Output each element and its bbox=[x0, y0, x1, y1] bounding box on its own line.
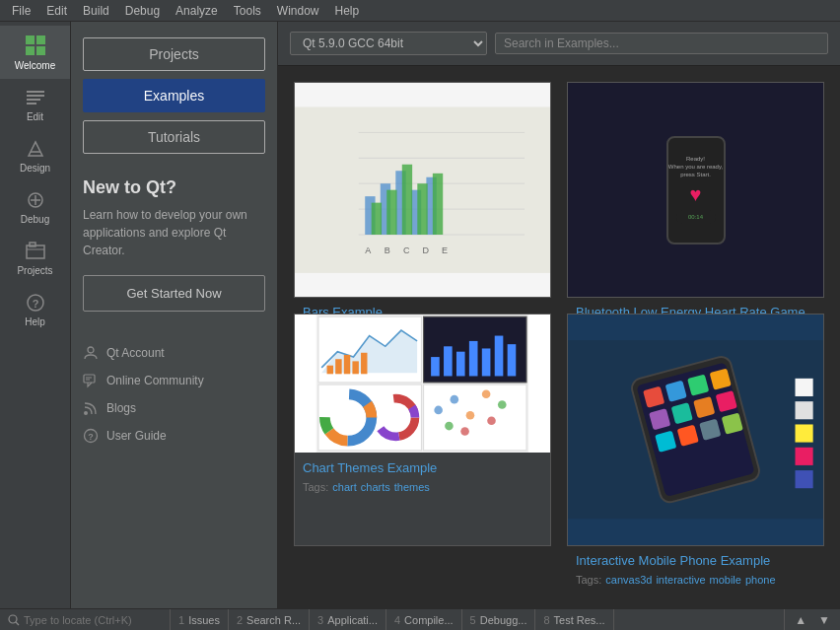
welcome-icon bbox=[24, 34, 47, 57]
svg-rect-53 bbox=[431, 357, 440, 376]
svg-point-70 bbox=[482, 390, 491, 399]
svg-rect-13 bbox=[30, 243, 35, 246]
new-to-qt-heading: New to Qt? bbox=[83, 177, 265, 198]
heart-icon: ♥ bbox=[690, 183, 702, 206]
mobile-phone-card[interactable]: Interactive Mobile Phone Example Tags: c… bbox=[567, 314, 824, 545]
menubar: File Edit Build Debug Analyze Tools Wind… bbox=[0, 0, 840, 22]
person-icon bbox=[83, 345, 99, 361]
online-community-link[interactable]: Online Community bbox=[83, 367, 265, 394]
sidebar-label-projects: Projects bbox=[17, 265, 52, 276]
svg-rect-93 bbox=[796, 448, 813, 465]
svg-rect-3 bbox=[36, 46, 45, 55]
svg-point-69 bbox=[466, 411, 475, 420]
tutorials-button[interactable]: Tutorials bbox=[83, 120, 265, 154]
mobile-phone-tags: Tags: canvas3d interactive mobile phone bbox=[576, 574, 815, 586]
menu-debug[interactable]: Debug bbox=[117, 2, 168, 20]
svg-rect-0 bbox=[26, 35, 35, 44]
svg-rect-51 bbox=[361, 353, 367, 375]
svg-rect-54 bbox=[444, 347, 453, 377]
svg-text:D: D bbox=[423, 245, 430, 255]
debug-icon bbox=[25, 189, 46, 211]
sidebar-label-design: Design bbox=[20, 163, 50, 174]
arrow-down-button[interactable]: ▼ bbox=[814, 611, 834, 629]
svg-rect-49 bbox=[344, 355, 350, 374]
qt-account-link[interactable]: Qt Account bbox=[83, 339, 265, 367]
svg-point-73 bbox=[460, 427, 469, 436]
svg-text:C: C bbox=[403, 245, 410, 255]
chart-themes-card[interactable]: Chart Themes Example Tags: chart charts … bbox=[294, 314, 551, 545]
svg-rect-56 bbox=[469, 341, 478, 377]
edit-icon bbox=[25, 87, 46, 108]
issues-tab[interactable]: 1 Issues bbox=[171, 609, 229, 630]
debugger-console-tab[interactable]: 5 Debugg... bbox=[462, 609, 536, 630]
svg-rect-48 bbox=[335, 360, 341, 375]
bluetooth-example-card[interactable]: Ready!When you are ready,press Start. ♥ … bbox=[567, 82, 824, 298]
chart-themes-title: Chart Themes Example bbox=[303, 460, 542, 475]
application-output-tab[interactable]: 3 Applicati... bbox=[310, 609, 386, 630]
content-header: Qt 5.9.0 GCC 64bit bbox=[278, 22, 840, 66]
bars-example-thumb: A B C D E bbox=[295, 83, 550, 297]
tag-themes[interactable]: themes bbox=[394, 481, 430, 493]
menu-edit[interactable]: Edit bbox=[38, 2, 75, 20]
tag-charts[interactable]: charts bbox=[361, 481, 390, 493]
examples-grid: A B C D E Bars Example Tags: bars data bbox=[278, 66, 840, 562]
nav-panel: Projects Examples Tutorials New to Qt? L… bbox=[71, 22, 278, 608]
svg-point-20 bbox=[84, 411, 88, 415]
svg-rect-37 bbox=[417, 183, 427, 235]
svg-rect-2 bbox=[26, 46, 35, 55]
blogs-link[interactable]: Blogs bbox=[83, 394, 265, 422]
design-icon bbox=[25, 138, 46, 160]
menu-window[interactable]: Window bbox=[269, 2, 327, 20]
svg-text:B: B bbox=[385, 245, 390, 255]
tag-canvas3d[interactable]: canvas3d bbox=[605, 574, 652, 586]
svg-rect-34 bbox=[372, 203, 382, 235]
test-results-tab[interactable]: 8 Test Res... bbox=[535, 609, 613, 630]
new-to-qt-section: New to Qt? Learn how to develop your own… bbox=[83, 177, 265, 312]
phone-mockup: Ready!When you are ready,press Start. ♥ … bbox=[666, 136, 726, 245]
svg-rect-94 bbox=[796, 470, 813, 488]
sidebar-item-debug[interactable]: Debug bbox=[0, 181, 70, 233]
tag-mobile[interactable]: mobile bbox=[710, 574, 741, 586]
search-icon bbox=[8, 614, 20, 626]
blogs-label: Blogs bbox=[106, 401, 136, 415]
compile-output-tab[interactable]: 4 Compile... bbox=[386, 609, 462, 630]
user-guide-link[interactable]: ? User Guide bbox=[83, 422, 265, 450]
sidebar-item-welcome[interactable]: Welcome bbox=[0, 26, 70, 79]
svg-text:A: A bbox=[365, 245, 372, 255]
sidebar-item-edit[interactable]: Edit bbox=[0, 79, 70, 130]
sidebar-item-help[interactable]: ? Help bbox=[0, 284, 70, 335]
menu-analyze[interactable]: Analyze bbox=[168, 2, 226, 20]
menu-file[interactable]: File bbox=[4, 2, 38, 20]
search-input[interactable] bbox=[495, 33, 828, 54]
svg-rect-12 bbox=[27, 245, 44, 258]
menu-build[interactable]: Build bbox=[75, 2, 117, 20]
svg-rect-50 bbox=[352, 362, 358, 375]
svg-point-72 bbox=[445, 422, 454, 431]
get-started-button[interactable]: Get Started Now bbox=[83, 275, 265, 312]
svg-rect-92 bbox=[796, 425, 813, 443]
chart-themes-thumb bbox=[295, 315, 550, 453]
tag-phone[interactable]: phone bbox=[745, 574, 776, 586]
community-links: Qt Account Online Community bbox=[83, 339, 265, 450]
locate-input[interactable] bbox=[24, 614, 162, 626]
tag-interactive[interactable]: interactive bbox=[656, 574, 705, 586]
tag-chart[interactable]: chart bbox=[332, 481, 356, 493]
examples-button[interactable]: Examples bbox=[83, 79, 265, 112]
status-arrows: ▲ ▼ bbox=[784, 609, 840, 630]
qt-version-select[interactable]: Qt 5.9.0 GCC 64bit bbox=[290, 32, 487, 55]
qt-account-label: Qt Account bbox=[106, 346, 165, 360]
sidebar: Welcome Edit Design bbox=[0, 22, 71, 608]
content-area: Qt 5.9.0 GCC 64bit bbox=[278, 22, 840, 608]
menu-help[interactable]: Help bbox=[327, 2, 368, 20]
svg-rect-1 bbox=[36, 35, 45, 44]
sidebar-item-projects[interactable]: Projects bbox=[0, 233, 70, 284]
bars-example-card[interactable]: A B C D E Bars Example Tags: bars data bbox=[294, 82, 551, 298]
projects-button[interactable]: Projects bbox=[83, 37, 265, 71]
menu-tools[interactable]: Tools bbox=[226, 2, 269, 20]
svg-text:E: E bbox=[442, 245, 448, 255]
svg-rect-91 bbox=[796, 402, 813, 420]
arrow-up-button[interactable]: ▲ bbox=[791, 611, 810, 629]
sidebar-item-design[interactable]: Design bbox=[0, 130, 70, 181]
search-results-tab[interactable]: 2 Search R... bbox=[229, 609, 310, 630]
sidebar-label-edit: Edit bbox=[27, 111, 43, 122]
